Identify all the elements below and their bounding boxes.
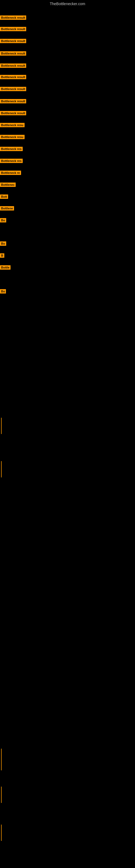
bottleneck-label: Bo [0,241,6,246]
bottleneck-result-item: Bo [0,241,6,247]
bottleneck-result-item: B [0,253,4,259]
site-title: TheBottlenecker.com [0,0,135,8]
bottleneck-result-item: Bottleneck result [0,51,26,57]
bottleneck-result-item: Bottleneck resu [0,135,25,140]
bottleneck-label: Bottleneck result [0,99,26,103]
bottleneck-label: Bottleneck res [0,147,23,151]
bottleneck-label: Bottleneck result [0,16,26,20]
bottleneck-result-item: Bottleneck result [0,27,26,32]
bottleneck-label: Bottleneck result [0,111,26,115]
bottleneck-label: Bottleneck res [0,159,23,163]
bottleneck-label: Bottleneck resu [0,135,25,139]
vertical-bar [1,461,2,477]
bottleneck-label: Bott [0,194,8,199]
bottleneck-result-item: Bottleneck result [0,87,26,92]
bottleneck-result-item: Bottleneck resu [0,123,25,128]
bottleneck-result-item: Bottleneck res [0,159,23,164]
bottleneck-label: Bottleneck result [0,75,26,79]
bottleneck-result-item: Bottleneck re [0,170,21,176]
bottleneck-label: Bo [0,289,6,293]
bottleneck-result-item: Bottle [0,265,10,271]
bottleneck-result-item: Bottleneck res [0,147,23,152]
bottleneck-label: Bottleneck result [0,63,26,68]
bottleneck-label: Bottleneck result [0,87,26,91]
bottleneck-label: Bo [0,218,6,222]
bottleneck-label: Bottleneck result [0,51,26,56]
bottleneck-label: Bottleneck re [0,170,21,175]
bottleneck-label: Bottleneck resu [0,123,25,127]
bottleneck-label: B [0,253,4,258]
bottleneck-result-item: Bo [0,289,6,294]
bottleneck-result-item: Bottleneck result [0,63,26,69]
bottleneck-result-item: Bott [0,194,8,200]
bottleneck-result-item: Bottleneck result [0,111,26,116]
vertical-bar [1,749,2,770]
bottleneck-label: Bottlene [0,206,14,211]
vertical-bar [1,825,2,841]
bottleneck-result-item: Bottleneck result [0,16,26,21]
bottleneck-result-item: Bottleneck result [0,75,26,80]
bottleneck-result-item: Bottlene [0,206,14,212]
bottleneck-label: Bottlenec [0,183,16,187]
bottleneck-label: Bottleneck result [0,39,26,43]
vertical-bar [1,418,2,434]
bottleneck-label: Bottle [0,265,10,270]
bottleneck-result-item: Bottleneck result [0,99,26,104]
bottleneck-result-item: Bottlenec [0,183,16,188]
vertical-bar [1,786,2,803]
bottleneck-label: Bottleneck result [0,27,26,31]
bottleneck-result-item: Bo [0,218,6,223]
bottleneck-result-item: Bottleneck result [0,39,26,44]
